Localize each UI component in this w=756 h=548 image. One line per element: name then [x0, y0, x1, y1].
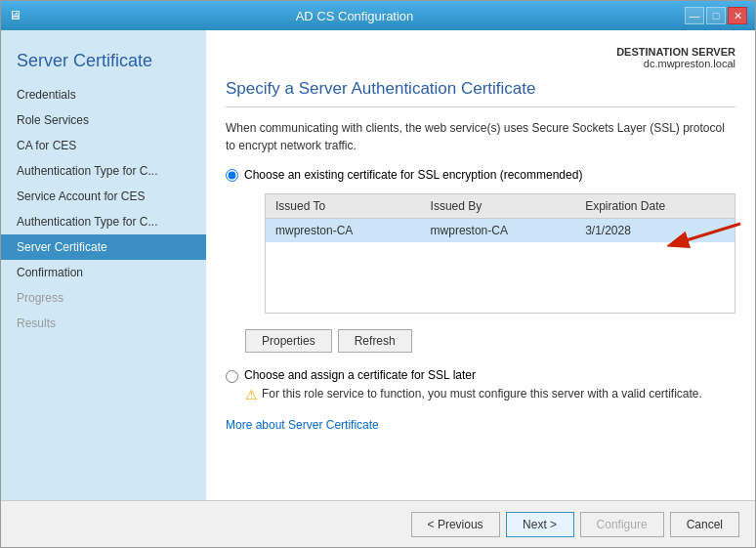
sidebar-header: Server Certificate	[1, 30, 206, 82]
properties-button[interactable]: Properties	[245, 329, 332, 353]
footer: < Previous Next > Configure Cancel	[1, 500, 755, 547]
window-icon: 🖥	[9, 8, 24, 23]
more-about-link[interactable]: More about Server Certificate	[226, 418, 735, 432]
content-area: Server Certificate Credentials Role Serv…	[1, 30, 755, 500]
cert-issued-by: mwpreston-CA	[421, 219, 576, 243]
titlebar: 🖥 AD CS Configuration — □ ✕	[1, 1, 755, 30]
warning-text: ⚠ For this role service to function, you…	[245, 387, 735, 402]
sidebar: Server Certificate Credentials Role Serv…	[1, 30, 206, 500]
empty-row-2	[266, 266, 735, 289]
next-button[interactable]: Next >	[506, 512, 574, 537]
destination-server-label: DESTINATION SERVER	[226, 46, 735, 58]
sidebar-item-server-certificate[interactable]: Server Certificate	[1, 234, 206, 260]
cert-table: Issued To Issued By Expiration Date mwpr…	[266, 194, 735, 313]
cancel-button[interactable]: Cancel	[670, 512, 739, 537]
table-buttons: Properties Refresh	[245, 329, 735, 353]
warning-message: For this role service to function, you m…	[262, 387, 702, 400]
radio-cert-later[interactable]: Choose and assign a certificate for SSL …	[226, 368, 735, 383]
sidebar-item-confirmation[interactable]: Confirmation	[1, 260, 206, 285]
sidebar-item-auth-type-2[interactable]: Authentication Type for C...	[1, 209, 206, 234]
col-expiration: Expiration Date	[575, 194, 735, 219]
warning-icon: ⚠	[245, 387, 258, 402]
sidebar-item-credentials[interactable]: Credentials	[1, 82, 206, 107]
empty-row-3	[266, 289, 735, 313]
description-text: When communicating with clients, the web…	[226, 119, 735, 154]
previous-button[interactable]: < Previous	[411, 512, 500, 537]
radio-existing-cert-label: Choose an existing certificate for SSL e…	[244, 168, 582, 182]
window-controls: — □ ✕	[685, 7, 747, 24]
cert-table-container: Issued To Issued By Expiration Date mwpr…	[265, 193, 735, 314]
sidebar-item-progress: Progress	[1, 285, 206, 311]
page-title: Specify a Server Authentication Certific…	[226, 79, 735, 107]
configure-button[interactable]: Configure	[580, 512, 664, 537]
window-title: AD CS Configuration	[24, 9, 685, 23]
col-issued-to: Issued To	[266, 194, 421, 219]
radio-existing-cert[interactable]: Choose an existing certificate for SSL e…	[226, 168, 735, 182]
minimize-button[interactable]: —	[685, 7, 704, 24]
destination-server-info: DESTINATION SERVER dc.mwpreston.local	[226, 46, 735, 69]
cert-expiration: 3/1/2028	[575, 219, 735, 243]
sidebar-nav: Credentials Role Services CA for CES Aut…	[1, 82, 206, 500]
radio-cert-later-input[interactable]	[226, 370, 238, 383]
col-issued-by: Issued By	[421, 194, 576, 219]
sidebar-item-auth-type-1[interactable]: Authentication Type for C...	[1, 158, 206, 184]
sidebar-item-results: Results	[1, 311, 206, 336]
sidebar-item-service-account[interactable]: Service Account for CES	[1, 184, 206, 209]
maximize-button[interactable]: □	[706, 7, 726, 24]
cert-issued-to: mwpreston-CA	[266, 219, 421, 243]
refresh-button[interactable]: Refresh	[338, 329, 412, 353]
close-button[interactable]: ✕	[728, 7, 747, 24]
cert-row-0[interactable]: mwpreston-CA mwpreston-CA 3/1/2028	[266, 219, 735, 243]
main-panel: DESTINATION SERVER dc.mwpreston.local Sp…	[206, 30, 755, 500]
main-window: 🖥 AD CS Configuration — □ ✕ Server Certi…	[0, 0, 756, 548]
sidebar-item-role-services[interactable]: Role Services	[1, 107, 206, 133]
cert-table-area: Issued To Issued By Expiration Date mwpr…	[245, 190, 735, 317]
sidebar-item-ca-for-ces[interactable]: CA for CES	[1, 133, 206, 158]
empty-row-1	[266, 242, 735, 266]
destination-server-value: dc.mwpreston.local	[226, 58, 735, 69]
radio-existing-cert-input[interactable]	[226, 169, 238, 182]
radio-cert-later-label: Choose and assign a certificate for SSL …	[244, 368, 476, 382]
